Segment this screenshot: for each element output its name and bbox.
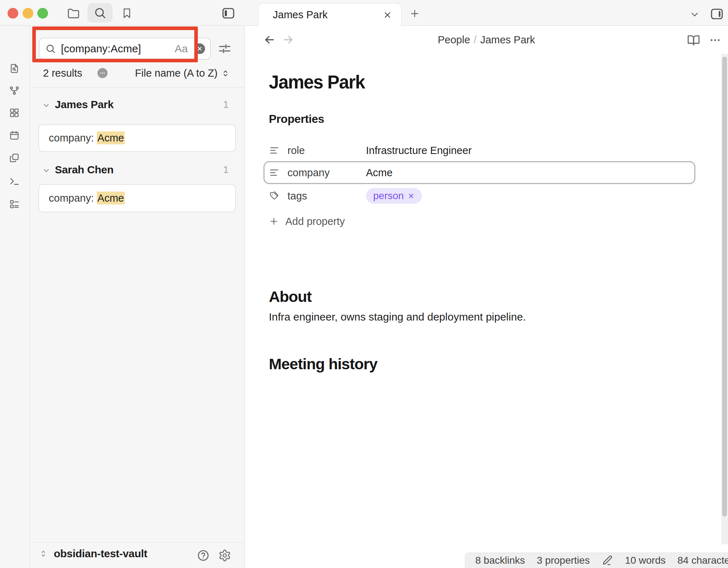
search-input[interactable]: [company:Acme] Aa [39,38,211,60]
chevron-down-icon [689,9,700,20]
terminal-ribbon-button[interactable] [9,175,20,187]
tab-list-button[interactable] [689,9,701,20]
results-header: 2 results File name (A to Z) [30,66,245,81]
sliders-icon [218,42,232,56]
properties-ribbon-button[interactable] [9,198,20,210]
sidebar-right-icon [709,6,724,21]
clear-search-button[interactable] [194,43,205,54]
macos-close-button[interactable] [8,8,18,19]
character-count[interactable]: 84 characters [677,555,728,566]
main-pane: James Park [245,0,728,568]
ellipsis-icon [709,34,721,46]
results-info-badge[interactable] [97,68,108,78]
tab-title: James Park [273,9,328,21]
close-tab-button[interactable] [382,10,392,20]
pencil-icon[interactable] [601,555,613,566]
result-match-count: 1 [223,164,229,175]
status-bar: 8 backlinks 3 properties 10 words 84 cha… [465,553,728,568]
layout-grid-icon [9,107,20,118]
tags-icon [269,191,280,201]
calendar-icon [9,130,20,141]
files-button[interactable] [66,5,81,21]
property-name[interactable]: company [287,167,366,179]
sort-order-button[interactable]: File name (A to Z) [135,67,230,79]
property-row-role[interactable]: role Infrastructure Engineer [269,143,472,158]
about-body: Infra engineer, owns staging and deploym… [269,311,526,323]
help-button[interactable] [195,548,211,563]
folder-icon [67,6,80,20]
properties-count[interactable]: 3 properties [537,555,590,566]
property-value[interactable]: Infrastructure Engineer [366,145,472,157]
reading-view-button[interactable] [686,32,701,48]
plus-icon [269,216,279,226]
daily-note-ribbon-button[interactable] [9,130,20,141]
match-case-toggle[interactable]: Aa [175,43,188,55]
graph-ribbon-button[interactable] [9,85,20,96]
meeting-history-heading: Meeting history [269,355,377,373]
canvas-ribbon-button[interactable] [9,107,20,119]
search-icon [45,43,56,54]
gear-icon [218,549,231,562]
tab-james-park[interactable]: James Park [258,3,401,26]
macos-minimize-button[interactable] [23,8,33,19]
view-header: People/James Park [245,26,728,54]
macos-zoom-button[interactable] [37,8,48,19]
bookmarks-button[interactable] [119,5,135,21]
property-value[interactable]: Acme [366,167,392,179]
x-icon [197,46,203,52]
property-row-tags[interactable]: tags person [269,188,422,204]
scrollbar-track[interactable] [721,54,728,544]
templates-ribbon-button[interactable] [9,152,20,164]
result-group-james-park[interactable]: James Park 1 [30,97,245,113]
remove-tag-icon[interactable] [408,192,415,199]
result-group-sarah-chen[interactable]: Sarah Chen 1 [30,162,245,178]
add-property-label: Add property [285,216,345,227]
property-name[interactable]: role [287,145,366,157]
add-property-button[interactable]: Add property [269,214,345,228]
chevron-down-icon [42,101,51,110]
match-text: company: Acme [49,192,125,204]
search-toolbar-button[interactable] [87,3,113,23]
property-row-company[interactable]: company Acme [269,165,392,180]
breadcrumb: People/James Park [245,34,728,46]
panel-divider [30,87,245,88]
tab-bar: James Park [245,0,728,26]
tag-label: person [373,190,404,202]
result-match-count: 1 [223,99,229,110]
search-file-ribbon-button[interactable] [9,63,20,74]
scrollbar-thumb[interactable] [722,57,727,516]
settings-button[interactable] [217,548,233,563]
result-match-card[interactable]: company: Acme [38,124,236,152]
toggle-left-sidebar-button[interactable] [220,5,237,22]
vault-switcher[interactable]: obsidian-test-vault [39,548,147,560]
copy-icon [9,153,20,163]
graph-icon [9,85,20,96]
result-file-title: Sarah Chen [55,164,114,176]
file-search-icon [9,63,20,74]
breadcrumb-parent[interactable]: People [438,34,470,45]
sort-order-label: File name (A to Z) [135,67,218,79]
left-titlebar [0,0,245,26]
help-circle-icon [197,549,210,562]
obsidian-window: [company:Acme] Aa 2 results File name (A… [0,0,728,568]
chevrons-up-down-icon [220,68,230,78]
bookmark-icon [121,7,133,19]
toggle-right-sidebar-button[interactable] [709,6,725,22]
backlinks-count[interactable]: 8 backlinks [475,555,525,566]
new-tab-button[interactable] [409,8,420,19]
terminal-icon [9,176,20,187]
search-panel: [company:Acme] Aa 2 results File name (A… [30,26,245,568]
align-left-icon [269,167,280,178]
breadcrumb-current[interactable]: James Park [480,34,535,45]
properties-heading[interactable]: Properties [269,112,324,126]
search-settings-button[interactable] [217,40,233,57]
more-options-button[interactable] [707,32,723,48]
word-count[interactable]: 10 words [625,555,666,566]
property-name[interactable]: tags [287,190,366,202]
result-match-card[interactable]: company: Acme [38,184,236,212]
match-text: company: Acme [49,132,125,144]
tag-pill-person[interactable]: person [366,188,422,204]
search-query-text: [company:Acme] [61,43,141,55]
note-title[interactable]: James Park [269,72,365,93]
vault-name: obsidian-test-vault [54,548,147,560]
